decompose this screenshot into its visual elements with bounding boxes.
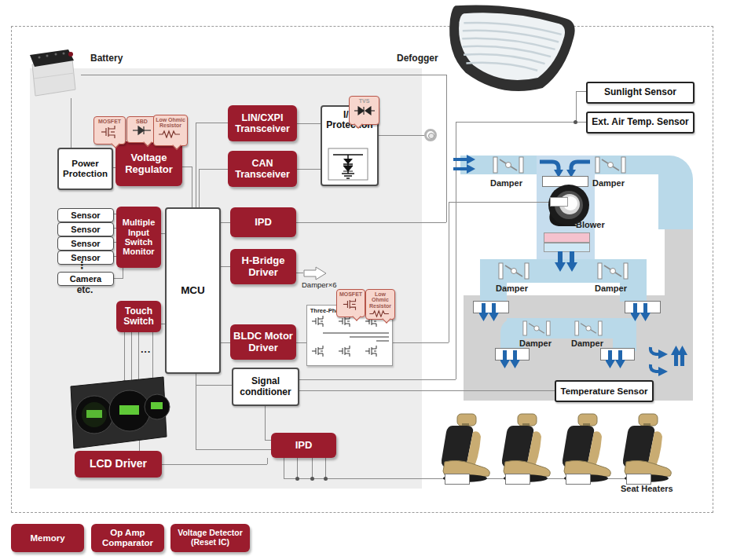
wire bbox=[124, 332, 125, 382]
battery-label: Battery bbox=[90, 53, 123, 64]
airflow-inlet-arrows-icon bbox=[453, 155, 476, 175]
blower-terminal bbox=[550, 197, 568, 207]
seat-heater-element bbox=[626, 474, 651, 485]
wire bbox=[265, 403, 266, 440]
airflow-up-arrows-icon bbox=[670, 342, 689, 366]
can-transceiver-box: CAN Transceiver bbox=[228, 151, 297, 187]
op-amp-comparator-box: Op Amp Comparator bbox=[91, 524, 164, 552]
low-ohmic-callout-label: Low Ohmic Resistor bbox=[366, 291, 394, 309]
wire bbox=[162, 464, 267, 465]
wire-junction bbox=[295, 477, 299, 481]
automotive-hvac-block-diagram: Damper Damper Blower Damper Damper bbox=[0, 0, 733, 560]
wire bbox=[449, 202, 449, 342]
wire bbox=[267, 458, 268, 464]
wire bbox=[297, 123, 321, 124]
wire bbox=[265, 440, 271, 441]
wire bbox=[296, 390, 555, 391]
ipd-box: IPD bbox=[271, 433, 336, 458]
power-protection-box: Power Protection bbox=[57, 148, 113, 190]
low-ohmic-callout-label: Low Ohmic Resistor bbox=[154, 117, 187, 129]
damper-icon bbox=[574, 320, 603, 336]
wire bbox=[456, 122, 586, 123]
damper-icon bbox=[595, 156, 626, 174]
damper-x6-arrow-icon bbox=[303, 266, 327, 280]
defogger-label: Defogger bbox=[397, 53, 438, 64]
instrument-cluster-image bbox=[69, 375, 171, 451]
wire bbox=[199, 169, 200, 207]
ipd-box: IPD bbox=[230, 207, 296, 237]
airflow-down-arrows-icon bbox=[555, 251, 580, 273]
wire bbox=[182, 167, 192, 167]
sensor-box: Sensor bbox=[57, 222, 114, 236]
tvs-callout: TVS bbox=[349, 96, 379, 125]
recirculation-arrows-icon bbox=[646, 346, 671, 380]
mosfet-callout-label: MOSFET bbox=[94, 119, 125, 124]
damper-icon bbox=[498, 262, 530, 280]
seat-heater-element bbox=[566, 474, 591, 485]
wire-junction bbox=[574, 120, 577, 124]
connector-icon bbox=[424, 129, 437, 141]
damper-label: Damper bbox=[490, 178, 522, 188]
bldc-motor-driver-box: BLDC Motor Driver bbox=[230, 324, 296, 360]
lcd-driver-box: LCD Driver bbox=[75, 451, 162, 478]
damper-label: Damper bbox=[592, 178, 625, 188]
wire bbox=[81, 75, 446, 75]
defogger-image bbox=[427, 2, 584, 105]
wire bbox=[196, 123, 196, 207]
blower-label: Blower bbox=[576, 220, 605, 229]
memory-box: Memory bbox=[11, 524, 84, 552]
seat-image bbox=[615, 413, 676, 482]
mosfet-callout-label: MOSFET bbox=[337, 291, 365, 297]
touch-switch-box: Touch Switch bbox=[116, 301, 161, 332]
seat-heaters-label: Seat Heaters bbox=[621, 484, 673, 493]
seat-heater-element bbox=[505, 474, 530, 485]
wire bbox=[196, 449, 271, 450]
voltage-regulator-box: Voltage Regulator bbox=[115, 141, 182, 186]
wire bbox=[297, 169, 321, 170]
resistor-symbol-icon bbox=[159, 130, 182, 138]
wire bbox=[391, 342, 449, 343]
signal-conditioner-box: Signal conditioner bbox=[232, 368, 299, 406]
mosfet-callout: MOSFET bbox=[93, 116, 126, 145]
damper-label: Damper bbox=[595, 284, 627, 293]
airflow-down-arrows-icon bbox=[631, 303, 653, 324]
wire bbox=[71, 98, 71, 148]
wire bbox=[199, 169, 228, 170]
damper-icon bbox=[493, 156, 524, 174]
wire bbox=[296, 379, 456, 380]
wire bbox=[196, 123, 228, 123]
touch-ellipsis: ··· bbox=[141, 346, 151, 357]
wire bbox=[192, 167, 192, 207]
tvs-symbol-icon bbox=[354, 105, 375, 116]
airflow-down-arrows-icon bbox=[479, 303, 501, 324]
voltage-detector-box: Voltage Detector (Reset IC) bbox=[170, 524, 250, 552]
duct-return bbox=[665, 229, 693, 297]
seat-image bbox=[494, 413, 555, 482]
sbd-callout-label: SBD bbox=[127, 119, 156, 124]
sensor-ellipsis: ⋮ bbox=[77, 259, 87, 271]
io-protection-circuit-icon bbox=[328, 148, 368, 181]
damper-label: Damper bbox=[519, 339, 552, 348]
wire bbox=[196, 385, 232, 386]
wire-junction bbox=[324, 477, 328, 481]
tvs-callout-label: TVS bbox=[350, 98, 379, 104]
damper-label: Damper bbox=[571, 339, 603, 348]
airflow-down-arrows-icon bbox=[606, 350, 628, 371]
wire bbox=[376, 135, 425, 136]
low-ohmic-resistor-callout: Low Ohmic Resistor bbox=[153, 115, 188, 146]
damper-x6-label: Damper×6 bbox=[302, 280, 337, 289]
connector-pin-icon bbox=[428, 133, 434, 139]
seat-image bbox=[555, 413, 616, 482]
sensor-box: Sensor bbox=[57, 208, 114, 222]
battery-image bbox=[24, 47, 86, 102]
low-ohmic-resistor-callout: Low Ohmic Resistor bbox=[365, 289, 395, 320]
wire bbox=[284, 458, 284, 478]
multiple-input-switch-monitor-box: Multiple Input Switch Monitor bbox=[116, 207, 161, 268]
wire-junction bbox=[310, 477, 314, 481]
lin-cxpi-transceiver-box: LIN/CXPI Transceiver bbox=[228, 105, 297, 141]
mosfet-symbol-icon bbox=[101, 125, 119, 138]
etc-label: etc. bbox=[57, 284, 112, 295]
damper-icon bbox=[597, 262, 629, 280]
wire bbox=[325, 458, 326, 478]
mosfet-callout: MOSFET bbox=[336, 289, 365, 317]
